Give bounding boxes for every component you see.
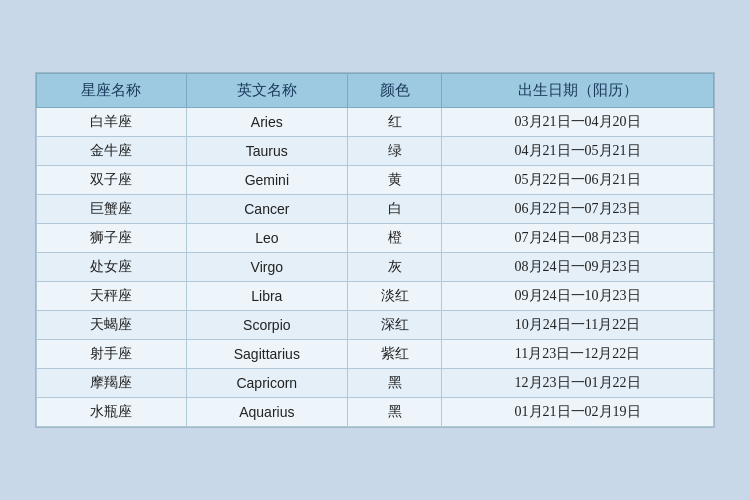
cell-color: 白: [347, 195, 441, 224]
cell-color: 黄: [347, 166, 441, 195]
zodiac-table: 星座名称 英文名称 颜色 出生日期（阳历） 白羊座Aries红03月21日一04…: [36, 73, 714, 427]
cell-chinese-name: 处女座: [37, 253, 187, 282]
cell-dates: 11月23日一12月22日: [442, 340, 714, 369]
cell-dates: 03月21日一04月20日: [442, 108, 714, 137]
table-row: 天秤座Libra淡红09月24日一10月23日: [37, 282, 714, 311]
table-row: 处女座Virgo灰08月24日一09月23日: [37, 253, 714, 282]
cell-chinese-name: 射手座: [37, 340, 187, 369]
cell-dates: 07月24日一08月23日: [442, 224, 714, 253]
cell-chinese-name: 水瓶座: [37, 398, 187, 427]
table-body: 白羊座Aries红03月21日一04月20日金牛座Taurus绿04月21日一0…: [37, 108, 714, 427]
cell-english-name: Taurus: [186, 137, 347, 166]
cell-english-name: Gemini: [186, 166, 347, 195]
cell-english-name: Aquarius: [186, 398, 347, 427]
cell-color: 深红: [347, 311, 441, 340]
cell-color: 橙: [347, 224, 441, 253]
cell-english-name: Virgo: [186, 253, 347, 282]
cell-chinese-name: 狮子座: [37, 224, 187, 253]
cell-chinese-name: 天蝎座: [37, 311, 187, 340]
cell-chinese-name: 白羊座: [37, 108, 187, 137]
table-row: 水瓶座Aquarius黑01月21日一02月19日: [37, 398, 714, 427]
zodiac-table-container: 星座名称 英文名称 颜色 出生日期（阳历） 白羊座Aries红03月21日一04…: [35, 72, 715, 428]
cell-dates: 01月21日一02月19日: [442, 398, 714, 427]
table-row: 白羊座Aries红03月21日一04月20日: [37, 108, 714, 137]
cell-chinese-name: 双子座: [37, 166, 187, 195]
cell-dates: 08月24日一09月23日: [442, 253, 714, 282]
cell-english-name: Aries: [186, 108, 347, 137]
cell-dates: 09月24日一10月23日: [442, 282, 714, 311]
cell-english-name: Capricorn: [186, 369, 347, 398]
cell-color: 紫红: [347, 340, 441, 369]
cell-chinese-name: 天秤座: [37, 282, 187, 311]
cell-english-name: Sagittarius: [186, 340, 347, 369]
table-row: 金牛座Taurus绿04月21日一05月21日: [37, 137, 714, 166]
cell-color: 绿: [347, 137, 441, 166]
cell-dates: 06月22日一07月23日: [442, 195, 714, 224]
cell-color: 红: [347, 108, 441, 137]
cell-chinese-name: 金牛座: [37, 137, 187, 166]
cell-english-name: Libra: [186, 282, 347, 311]
cell-english-name: Cancer: [186, 195, 347, 224]
cell-dates: 05月22日一06月21日: [442, 166, 714, 195]
cell-chinese-name: 摩羯座: [37, 369, 187, 398]
header-chinese-name: 星座名称: [37, 74, 187, 108]
cell-color: 淡红: [347, 282, 441, 311]
table-row: 射手座Sagittarius紫红11月23日一12月22日: [37, 340, 714, 369]
table-row: 狮子座Leo橙07月24日一08月23日: [37, 224, 714, 253]
header-color: 颜色: [347, 74, 441, 108]
table-row: 摩羯座Capricorn黑12月23日一01月22日: [37, 369, 714, 398]
cell-dates: 12月23日一01月22日: [442, 369, 714, 398]
header-dates: 出生日期（阳历）: [442, 74, 714, 108]
table-row: 巨蟹座Cancer白06月22日一07月23日: [37, 195, 714, 224]
header-english-name: 英文名称: [186, 74, 347, 108]
cell-dates: 04月21日一05月21日: [442, 137, 714, 166]
table-row: 双子座Gemini黄05月22日一06月21日: [37, 166, 714, 195]
table-row: 天蝎座Scorpio深红10月24日一11月22日: [37, 311, 714, 340]
cell-color: 黑: [347, 398, 441, 427]
cell-english-name: Scorpio: [186, 311, 347, 340]
cell-color: 黑: [347, 369, 441, 398]
cell-chinese-name: 巨蟹座: [37, 195, 187, 224]
cell-english-name: Leo: [186, 224, 347, 253]
cell-dates: 10月24日一11月22日: [442, 311, 714, 340]
table-header-row: 星座名称 英文名称 颜色 出生日期（阳历）: [37, 74, 714, 108]
cell-color: 灰: [347, 253, 441, 282]
